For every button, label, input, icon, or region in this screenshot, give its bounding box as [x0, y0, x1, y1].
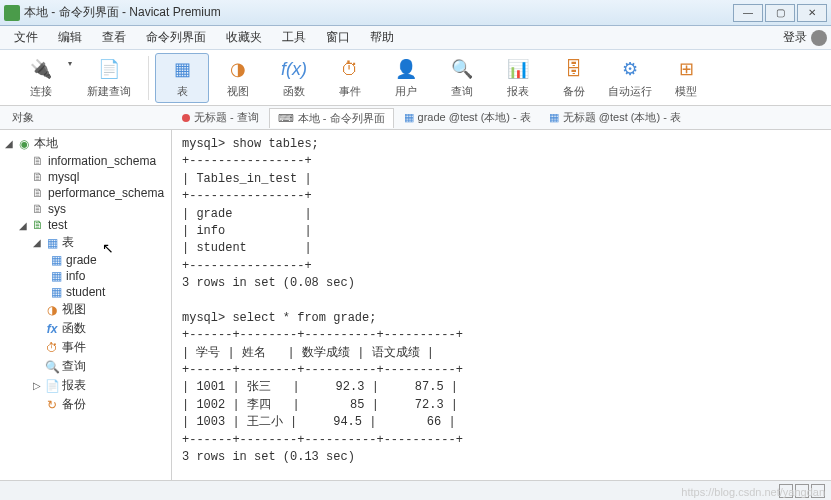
tab-untitled-query[interactable]: 无标题 - 查询: [174, 108, 267, 127]
db-sys[interactable]: 🗎 sys: [0, 201, 171, 217]
tab-untitled-table[interactable]: ▦ 无标题 @test (本地) - 表: [541, 108, 689, 127]
menu-window[interactable]: 窗口: [316, 27, 360, 48]
database-icon: 🗎: [30, 202, 46, 216]
document-tabs: 对象 无标题 - 查询 ⌨ 本地 - 命令列界面 ▦ grade @test (…: [0, 106, 831, 130]
database-icon: 🗎: [30, 170, 46, 184]
events-folder[interactable]: ⏱ 事件: [0, 338, 171, 357]
login-button[interactable]: 登录: [783, 29, 827, 46]
view-icon: ◑: [225, 56, 251, 82]
clock-icon: ⏱: [44, 341, 60, 355]
menubar: 文件 编辑 查看 命令列界面 收藏夹 工具 窗口 帮助 登录: [0, 26, 831, 50]
autorun-button[interactable]: ⚙ 自动运行: [603, 53, 657, 103]
view-icon: ◑: [44, 303, 60, 317]
tab-cmdline[interactable]: ⌨ 本地 - 命令列界面: [269, 108, 394, 128]
table-grade[interactable]: ▦ grade: [0, 252, 171, 268]
model-icon: ⊞: [673, 56, 699, 82]
db-test[interactable]: ◢ 🗎 test: [0, 217, 171, 233]
close-button[interactable]: ✕: [797, 4, 827, 22]
report-icon: 📊: [505, 56, 531, 82]
connection-node[interactable]: ◢ ◉ 本地: [0, 134, 171, 153]
menu-edit[interactable]: 编辑: [48, 27, 92, 48]
function-button[interactable]: f(x) 函数: [267, 53, 321, 103]
database-icon: 🗎: [30, 186, 46, 200]
report-button[interactable]: 📊 报表: [491, 53, 545, 103]
minimize-button[interactable]: —: [733, 4, 763, 22]
menu-file[interactable]: 文件: [4, 27, 48, 48]
query-icon: 🔍: [44, 360, 60, 374]
function-icon: fx: [44, 322, 60, 336]
event-icon: ⏱: [337, 56, 363, 82]
user-button[interactable]: 👤 用户: [379, 53, 433, 103]
toolbar-separator: [148, 56, 149, 100]
menu-favorites[interactable]: 收藏夹: [216, 27, 272, 48]
window-title: 本地 - 命令列界面 - Navicat Premium: [24, 4, 731, 21]
server-icon: ◉: [16, 137, 32, 151]
titlebar: 本地 - 命令列界面 - Navicat Premium — ▢ ✕: [0, 0, 831, 26]
menu-view[interactable]: 查看: [92, 27, 136, 48]
expand-icon[interactable]: ◢: [18, 220, 28, 231]
query-icon: 🔍: [449, 56, 475, 82]
chevron-down-icon: ▾: [68, 59, 72, 68]
new-query-icon: 📄: [96, 56, 122, 82]
new-query-button[interactable]: 📄 新建查询: [76, 53, 142, 103]
backups-folder[interactable]: ↻ 备份: [0, 395, 171, 414]
table-info[interactable]: ▦ info: [0, 268, 171, 284]
report-icon: 📄: [44, 379, 60, 393]
connect-button[interactable]: 🔌 连接 ▾: [8, 53, 74, 103]
plug-icon: 🔌: [28, 56, 54, 82]
views-folder[interactable]: ◑ 视图: [0, 300, 171, 319]
db-performance-schema[interactable]: 🗎 performance_schema: [0, 185, 171, 201]
avatar-icon: [811, 30, 827, 46]
tables-folder[interactable]: ◢ ▦ 表: [0, 233, 171, 252]
table-icon: ▦: [48, 269, 64, 283]
maximize-button[interactable]: ▢: [765, 4, 795, 22]
menu-tools[interactable]: 工具: [272, 27, 316, 48]
expand-icon[interactable]: ◢: [32, 237, 42, 248]
toolbar: 🔌 连接 ▾ 📄 新建查询 ▦ 表 ◑ 视图 f(x) 函数 ⏱ 事件 👤 用户…: [0, 50, 831, 106]
db-information-schema[interactable]: 🗎 information_schema: [0, 153, 171, 169]
tab-objects[interactable]: 对象: [4, 108, 172, 127]
expand-icon[interactable]: ◢: [4, 138, 14, 149]
mysql-console[interactable]: mysql> show tables; +----------------+ |…: [172, 130, 831, 480]
table-icon: ▦: [169, 56, 195, 82]
functions-folder[interactable]: fx 函数: [0, 319, 171, 338]
db-mysql[interactable]: 🗎 mysql: [0, 169, 171, 185]
database-icon: 🗎: [30, 218, 46, 232]
user-icon: 👤: [393, 56, 419, 82]
main-area: ◢ ◉ 本地 🗎 information_schema 🗎 mysql 🗎 pe…: [0, 130, 831, 480]
watermark-text: https://blog.csdn.net/yangdan: [681, 486, 825, 498]
console-icon: ⌨: [278, 112, 294, 125]
autorun-icon: ⚙: [617, 56, 643, 82]
menu-help[interactable]: 帮助: [360, 27, 404, 48]
table-icon: ▦: [549, 111, 559, 124]
backup-button[interactable]: 🗄 备份: [547, 53, 601, 103]
function-icon: f(x): [281, 56, 307, 82]
table-button[interactable]: ▦ 表: [155, 53, 209, 103]
expand-icon[interactable]: ▷: [32, 380, 42, 391]
login-label: 登录: [783, 29, 807, 46]
menu-cmdline[interactable]: 命令列界面: [136, 27, 216, 48]
tab-grade-table[interactable]: ▦ grade @test (本地) - 表: [396, 108, 539, 127]
view-button[interactable]: ◑ 视图: [211, 53, 265, 103]
reports-folder[interactable]: ▷ 📄 报表: [0, 376, 171, 395]
database-icon: 🗎: [30, 154, 46, 168]
table-icon: ▦: [404, 111, 414, 124]
table-icon: ▦: [48, 253, 64, 267]
connection-tree[interactable]: ◢ ◉ 本地 🗎 information_schema 🗎 mysql 🗎 pe…: [0, 130, 172, 480]
event-button[interactable]: ⏱ 事件: [323, 53, 377, 103]
backup-icon: ↻: [44, 398, 60, 412]
table-icon: ▦: [48, 285, 64, 299]
query-button[interactable]: 🔍 查询: [435, 53, 489, 103]
unsaved-dot-icon: [182, 114, 190, 122]
queries-folder[interactable]: 🔍 查询: [0, 357, 171, 376]
table-student[interactable]: ▦ student: [0, 284, 171, 300]
app-icon: [4, 5, 20, 21]
window-controls: — ▢ ✕: [731, 4, 827, 22]
model-button[interactable]: ⊞ 模型: [659, 53, 713, 103]
table-icon: ▦: [44, 236, 60, 250]
backup-icon: 🗄: [561, 56, 587, 82]
